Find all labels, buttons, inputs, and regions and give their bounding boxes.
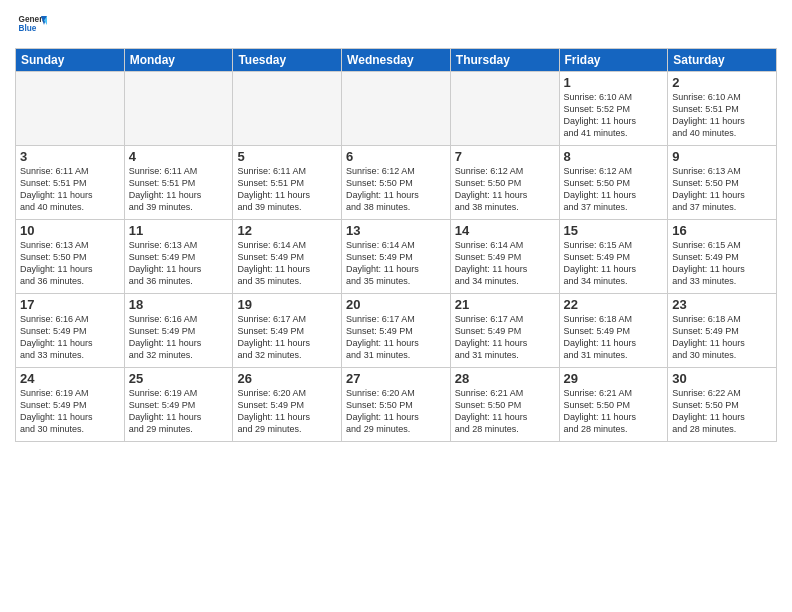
cell-details: Sunrise: 6:17 AM Sunset: 5:49 PM Dayligh… — [346, 313, 446, 362]
day-number: 15 — [564, 223, 664, 238]
day-number: 29 — [564, 371, 664, 386]
cell-details: Sunrise: 6:20 AM Sunset: 5:49 PM Dayligh… — [237, 387, 337, 436]
column-header-friday: Friday — [559, 49, 668, 72]
calendar-cell: 11Sunrise: 6:13 AM Sunset: 5:49 PM Dayli… — [124, 220, 233, 294]
day-number: 19 — [237, 297, 337, 312]
calendar-table: SundayMondayTuesdayWednesdayThursdayFrid… — [15, 48, 777, 442]
day-number: 5 — [237, 149, 337, 164]
column-header-wednesday: Wednesday — [342, 49, 451, 72]
cell-details: Sunrise: 6:13 AM Sunset: 5:50 PM Dayligh… — [672, 165, 772, 214]
day-number: 4 — [129, 149, 229, 164]
calendar-cell: 4Sunrise: 6:11 AM Sunset: 5:51 PM Daylig… — [124, 146, 233, 220]
cell-details: Sunrise: 6:22 AM Sunset: 5:50 PM Dayligh… — [672, 387, 772, 436]
day-number: 11 — [129, 223, 229, 238]
day-number: 22 — [564, 297, 664, 312]
cell-details: Sunrise: 6:21 AM Sunset: 5:50 PM Dayligh… — [564, 387, 664, 436]
calendar-cell — [16, 72, 125, 146]
header: General Blue — [15, 10, 777, 40]
calendar-cell: 19Sunrise: 6:17 AM Sunset: 5:49 PM Dayli… — [233, 294, 342, 368]
day-number: 26 — [237, 371, 337, 386]
cell-details: Sunrise: 6:19 AM Sunset: 5:49 PM Dayligh… — [129, 387, 229, 436]
calendar-cell: 25Sunrise: 6:19 AM Sunset: 5:49 PM Dayli… — [124, 368, 233, 442]
logo-icon: General Blue — [17, 10, 47, 40]
day-number: 30 — [672, 371, 772, 386]
calendar-cell: 16Sunrise: 6:15 AM Sunset: 5:49 PM Dayli… — [668, 220, 777, 294]
svg-text:Blue: Blue — [19, 24, 37, 33]
day-number: 9 — [672, 149, 772, 164]
calendar-cell: 7Sunrise: 6:12 AM Sunset: 5:50 PM Daylig… — [450, 146, 559, 220]
calendar-cell — [342, 72, 451, 146]
cell-details: Sunrise: 6:16 AM Sunset: 5:49 PM Dayligh… — [20, 313, 120, 362]
calendar-week-3: 10Sunrise: 6:13 AM Sunset: 5:50 PM Dayli… — [16, 220, 777, 294]
day-number: 25 — [129, 371, 229, 386]
calendar-cell: 10Sunrise: 6:13 AM Sunset: 5:50 PM Dayli… — [16, 220, 125, 294]
calendar-cell: 24Sunrise: 6:19 AM Sunset: 5:49 PM Dayli… — [16, 368, 125, 442]
day-number: 1 — [564, 75, 664, 90]
cell-details: Sunrise: 6:21 AM Sunset: 5:50 PM Dayligh… — [455, 387, 555, 436]
cell-details: Sunrise: 6:13 AM Sunset: 5:50 PM Dayligh… — [20, 239, 120, 288]
day-number: 18 — [129, 297, 229, 312]
cell-details: Sunrise: 6:20 AM Sunset: 5:50 PM Dayligh… — [346, 387, 446, 436]
day-number: 23 — [672, 297, 772, 312]
cell-details: Sunrise: 6:12 AM Sunset: 5:50 PM Dayligh… — [346, 165, 446, 214]
cell-details: Sunrise: 6:10 AM Sunset: 5:51 PM Dayligh… — [672, 91, 772, 140]
day-number: 28 — [455, 371, 555, 386]
calendar-cell: 5Sunrise: 6:11 AM Sunset: 5:51 PM Daylig… — [233, 146, 342, 220]
cell-details: Sunrise: 6:15 AM Sunset: 5:49 PM Dayligh… — [564, 239, 664, 288]
calendar-cell: 22Sunrise: 6:18 AM Sunset: 5:49 PM Dayli… — [559, 294, 668, 368]
calendar-cell: 3Sunrise: 6:11 AM Sunset: 5:51 PM Daylig… — [16, 146, 125, 220]
day-number: 17 — [20, 297, 120, 312]
day-number: 13 — [346, 223, 446, 238]
day-number: 20 — [346, 297, 446, 312]
day-number: 16 — [672, 223, 772, 238]
cell-details: Sunrise: 6:17 AM Sunset: 5:49 PM Dayligh… — [455, 313, 555, 362]
cell-details: Sunrise: 6:15 AM Sunset: 5:49 PM Dayligh… — [672, 239, 772, 288]
calendar-cell: 23Sunrise: 6:18 AM Sunset: 5:49 PM Dayli… — [668, 294, 777, 368]
day-number: 10 — [20, 223, 120, 238]
cell-details: Sunrise: 6:12 AM Sunset: 5:50 PM Dayligh… — [564, 165, 664, 214]
calendar-cell: 8Sunrise: 6:12 AM Sunset: 5:50 PM Daylig… — [559, 146, 668, 220]
cell-details: Sunrise: 6:19 AM Sunset: 5:49 PM Dayligh… — [20, 387, 120, 436]
day-number: 21 — [455, 297, 555, 312]
day-number: 12 — [237, 223, 337, 238]
cell-details: Sunrise: 6:10 AM Sunset: 5:52 PM Dayligh… — [564, 91, 664, 140]
calendar-header-row: SundayMondayTuesdayWednesdayThursdayFrid… — [16, 49, 777, 72]
calendar-cell: 29Sunrise: 6:21 AM Sunset: 5:50 PM Dayli… — [559, 368, 668, 442]
cell-details: Sunrise: 6:14 AM Sunset: 5:49 PM Dayligh… — [346, 239, 446, 288]
column-header-monday: Monday — [124, 49, 233, 72]
cell-details: Sunrise: 6:17 AM Sunset: 5:49 PM Dayligh… — [237, 313, 337, 362]
cell-details: Sunrise: 6:18 AM Sunset: 5:49 PM Dayligh… — [564, 313, 664, 362]
day-number: 3 — [20, 149, 120, 164]
day-number: 6 — [346, 149, 446, 164]
calendar-cell: 28Sunrise: 6:21 AM Sunset: 5:50 PM Dayli… — [450, 368, 559, 442]
day-number: 8 — [564, 149, 664, 164]
calendar-cell: 12Sunrise: 6:14 AM Sunset: 5:49 PM Dayli… — [233, 220, 342, 294]
cell-details: Sunrise: 6:18 AM Sunset: 5:49 PM Dayligh… — [672, 313, 772, 362]
calendar-cell: 20Sunrise: 6:17 AM Sunset: 5:49 PM Dayli… — [342, 294, 451, 368]
cell-details: Sunrise: 6:13 AM Sunset: 5:49 PM Dayligh… — [129, 239, 229, 288]
day-number: 27 — [346, 371, 446, 386]
day-number: 14 — [455, 223, 555, 238]
day-number: 24 — [20, 371, 120, 386]
logo: General Blue — [15, 10, 47, 40]
cell-details: Sunrise: 6:14 AM Sunset: 5:49 PM Dayligh… — [455, 239, 555, 288]
cell-details: Sunrise: 6:11 AM Sunset: 5:51 PM Dayligh… — [237, 165, 337, 214]
calendar-week-2: 3Sunrise: 6:11 AM Sunset: 5:51 PM Daylig… — [16, 146, 777, 220]
calendar-week-4: 17Sunrise: 6:16 AM Sunset: 5:49 PM Dayli… — [16, 294, 777, 368]
cell-details: Sunrise: 6:14 AM Sunset: 5:49 PM Dayligh… — [237, 239, 337, 288]
calendar-cell: 1Sunrise: 6:10 AM Sunset: 5:52 PM Daylig… — [559, 72, 668, 146]
calendar-cell: 2Sunrise: 6:10 AM Sunset: 5:51 PM Daylig… — [668, 72, 777, 146]
cell-details: Sunrise: 6:16 AM Sunset: 5:49 PM Dayligh… — [129, 313, 229, 362]
column-header-saturday: Saturday — [668, 49, 777, 72]
calendar-cell: 17Sunrise: 6:16 AM Sunset: 5:49 PM Dayli… — [16, 294, 125, 368]
day-number: 2 — [672, 75, 772, 90]
column-header-tuesday: Tuesday — [233, 49, 342, 72]
cell-details: Sunrise: 6:11 AM Sunset: 5:51 PM Dayligh… — [20, 165, 120, 214]
calendar-cell: 6Sunrise: 6:12 AM Sunset: 5:50 PM Daylig… — [342, 146, 451, 220]
page: General Blue SundayMondayTuesdayWednesda… — [0, 0, 792, 612]
calendar-cell — [233, 72, 342, 146]
calendar-cell: 26Sunrise: 6:20 AM Sunset: 5:49 PM Dayli… — [233, 368, 342, 442]
calendar-cell: 14Sunrise: 6:14 AM Sunset: 5:49 PM Dayli… — [450, 220, 559, 294]
column-header-sunday: Sunday — [16, 49, 125, 72]
calendar-cell: 9Sunrise: 6:13 AM Sunset: 5:50 PM Daylig… — [668, 146, 777, 220]
